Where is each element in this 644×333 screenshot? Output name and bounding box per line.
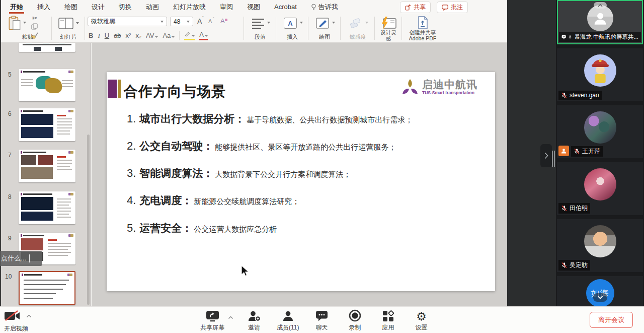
copy-icon[interactable] <box>31 23 38 30</box>
thumbnail-slide-7[interactable] <box>19 150 75 182</box>
comment-button[interactable]: 批注 <box>437 2 468 13</box>
adobe-pdf-icon[interactable] <box>417 16 429 29</box>
font-size-combo[interactable]: 48 <box>170 17 193 26</box>
members-button[interactable]: 成员(11) <box>277 310 299 332</box>
thumbnail-slide-6[interactable] <box>19 108 75 141</box>
thumb-logo <box>68 151 73 154</box>
slides-label[interactable]: 幻灯片 <box>53 33 84 41</box>
scroll-up-button[interactable] <box>594 2 607 9</box>
thumbnail-scrollbar[interactable] <box>87 135 90 305</box>
apps-button[interactable]: 应用 <box>377 310 398 332</box>
insert-textbox-icon[interactable]: A <box>284 18 297 29</box>
settings-button[interactable]: ⚙ 设置 <box>411 310 432 332</box>
menu-item-design[interactable]: 设计 <box>91 0 106 14</box>
thumbnail-slide-10-selected[interactable] <box>19 271 75 305</box>
menu-item-review[interactable]: 审阅 <box>219 0 234 14</box>
font-name-caret[interactable] <box>160 21 164 23</box>
leave-meeting-button[interactable]: 离开会议 <box>590 312 633 328</box>
apps-icon <box>382 310 394 322</box>
menu-item-view[interactable]: 视图 <box>246 0 261 14</box>
menu-item-slideshow[interactable]: 幻灯片放映 <box>172 0 207 14</box>
panel-resize-handle[interactable] <box>554 151 555 167</box>
avatar-photo <box>584 225 616 257</box>
change-case-caret[interactable] <box>172 36 175 38</box>
participant-tile-ruhai[interactable]: 如海 <box>557 276 643 306</box>
cut-icon[interactable]: ✂ <box>32 15 37 22</box>
menu-item-home[interactable]: 开始 <box>9 0 24 14</box>
highlight-caret[interactable] <box>192 35 195 37</box>
thumbnail-slide-5[interactable] <box>19 69 75 101</box>
thumb-photo <box>21 167 53 179</box>
participant-tile-wudingfang[interactable]: 吴定昉 <box>557 219 643 272</box>
strikethrough-button[interactable]: ab <box>114 32 121 39</box>
design-ideas-label[interactable]: 设计灵感 <box>380 29 397 41</box>
chat-button[interactable]: 聊天 <box>311 310 332 332</box>
clear-format-button[interactable]: A <box>220 17 225 25</box>
draw-caret[interactable] <box>332 22 335 24</box>
paste-dropdown-caret[interactable] <box>23 22 26 24</box>
participant-tile-wangkaiping[interactable]: 王开萍 <box>557 105 643 158</box>
italic-button[interactable]: I <box>98 32 100 40</box>
change-case-button[interactable]: Aa <box>163 32 175 39</box>
design-ideas-group: 设计灵感 <box>376 14 400 43</box>
menu-item-draw[interactable]: 绘图 <box>63 0 78 14</box>
thumb-photo <box>38 155 53 165</box>
menu-item-acrobat[interactable]: Acrobat <box>273 0 298 14</box>
superscript-button[interactable]: x² <box>126 32 131 39</box>
share-button[interactable]: 共享 <box>400 2 431 13</box>
char-spacing-caret[interactable] <box>155 36 158 38</box>
video-options-caret[interactable] <box>26 314 32 318</box>
thumb-title-square <box>21 193 22 195</box>
adobe-pdf-label[interactable]: 创建并共享 Adobe PDF <box>405 29 441 41</box>
share-screen-button[interactable]: 共享屏幕 <box>200 310 224 332</box>
menu-item-insert[interactable]: 插入 <box>36 0 51 14</box>
font-color-caret[interactable] <box>205 35 208 37</box>
thumb-textline <box>57 124 72 125</box>
paragraph-caret[interactable] <box>267 22 270 24</box>
item-number: 5. <box>127 222 136 235</box>
paragraph-label[interactable]: 段落 <box>246 33 275 41</box>
chevron-up-icon <box>598 4 603 7</box>
new-slide-icon[interactable] <box>58 18 73 30</box>
shrink-font-button[interactable]: A <box>208 18 212 24</box>
design-ideas-icon[interactable] <box>380 17 396 30</box>
font-size-caret[interactable] <box>187 21 190 23</box>
bold-button[interactable]: B <box>89 32 93 39</box>
slides-dropdown-caret[interactable] <box>76 22 79 24</box>
paste-label[interactable]: 粘贴 <box>4 33 51 41</box>
paragraph-lines-icon[interactable] <box>252 18 265 29</box>
insert-label[interactable]: 插入 <box>278 33 307 41</box>
grow-font-button[interactable]: A <box>197 17 202 25</box>
participant-tile-stevengao[interactable]: steven.gao <box>557 48 643 101</box>
panel-resize-handle[interactable] <box>552 151 553 167</box>
share-options-caret[interactable] <box>228 316 233 319</box>
item-heading: 充电调度： <box>139 193 192 208</box>
thumbnail-slide-4[interactable] <box>19 43 75 52</box>
scroll-down-button[interactable] <box>593 293 607 302</box>
underline-button[interactable]: U <box>105 32 109 39</box>
expand-panel-button[interactable] <box>540 144 552 167</box>
ribbon-separator <box>85 17 85 40</box>
participant-tile-baohailong[interactable]: 暴海龙 中航讯的屏幕共... <box>557 0 643 44</box>
menu-item-animations[interactable]: 动画 <box>145 0 160 14</box>
char-spacing-button[interactable]: AV <box>146 32 158 39</box>
meeting-message-input-overlay[interactable]: 点什么... <box>0 251 42 266</box>
record-button[interactable]: 录制 <box>344 310 365 332</box>
insert-caret[interactable] <box>300 22 303 24</box>
font-color-button[interactable]: A <box>199 31 208 40</box>
subscript-button[interactable]: x₂ <box>135 32 141 39</box>
slide-list-item: 3. 智能调度算法： 大数据背景下公交开行方案和调度算法； <box>127 166 351 180</box>
current-slide[interactable]: 合作方向与场景 启迪中航讯 TUS-Smart transportation 1… <box>107 72 495 291</box>
clipboard-icon[interactable] <box>8 16 21 31</box>
invite-button[interactable]: 邀请 <box>244 310 265 332</box>
draw-label[interactable]: 绘图 <box>310 33 339 41</box>
thumbnail-slide-8[interactable] <box>19 191 75 224</box>
highlight-pen-button[interactable] <box>184 31 195 40</box>
participant-tile-tianboming[interactable]: 田伯明 <box>557 162 643 215</box>
menu-item-transitions[interactable]: 切换 <box>118 0 133 14</box>
thumb-textline <box>57 121 72 122</box>
menu-item-tellme[interactable]: 告诉我 <box>310 0 339 14</box>
tellme-label: 告诉我 <box>318 3 338 12</box>
draw-brush-icon[interactable] <box>316 18 329 29</box>
font-name-combo[interactable]: 微软雅黑 <box>88 17 167 26</box>
